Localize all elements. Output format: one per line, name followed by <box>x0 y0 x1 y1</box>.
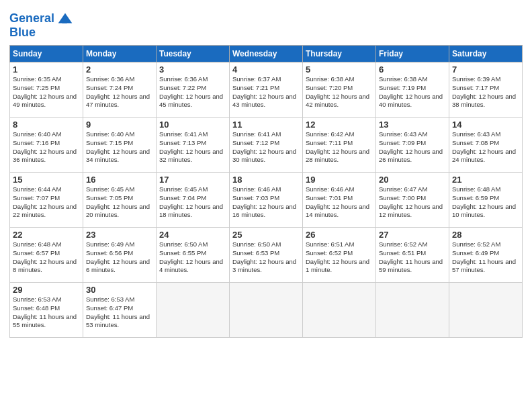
calendar-cell: 20Sunrise: 6:47 AMSunset: 7:00 PMDayligh… <box>376 173 449 228</box>
day-info: Sunrise: 6:53 AMSunset: 6:48 PMDaylight:… <box>13 295 80 330</box>
day-info: Sunrise: 6:36 AMSunset: 7:24 PMDaylight:… <box>86 75 153 109</box>
day-number: 21 <box>452 175 519 185</box>
day-number: 6 <box>379 64 446 75</box>
calendar-week-5: 29Sunrise: 6:53 AMSunset: 6:48 PMDayligh… <box>10 283 523 338</box>
day-info: Sunrise: 6:40 AMSunset: 7:16 PMDaylight:… <box>13 130 80 165</box>
calendar-cell: 28Sunrise: 6:52 AMSunset: 6:49 PMDayligh… <box>449 228 523 283</box>
day-number: 12 <box>306 120 373 130</box>
day-number: 14 <box>452 120 519 130</box>
day-number: 30 <box>86 285 153 295</box>
calendar-cell: 25Sunrise: 6:50 AMSunset: 6:53 PMDayligh… <box>230 228 303 283</box>
calendar-cell <box>303 283 376 338</box>
day-info: Sunrise: 6:52 AMSunset: 6:51 PMDaylight:… <box>379 240 446 275</box>
calendar-cell: 6Sunrise: 6:38 AMSunset: 7:19 PMDaylight… <box>376 62 449 118</box>
day-number: 20 <box>379 175 446 185</box>
day-number: 2 <box>86 64 153 75</box>
day-info: Sunrise: 6:50 AMSunset: 6:55 PMDaylight:… <box>159 240 226 275</box>
day-info: Sunrise: 6:41 AMSunset: 7:13 PMDaylight:… <box>159 130 226 165</box>
day-number: 3 <box>159 64 226 75</box>
calendar-cell <box>230 283 303 338</box>
calendar-cell: 29Sunrise: 6:53 AMSunset: 6:48 PMDayligh… <box>10 283 83 338</box>
calendar-header-row: SundayMondayTuesdayWednesdayThursdayFrid… <box>10 46 523 62</box>
calendar-cell: 19Sunrise: 6:46 AMSunset: 7:01 PMDayligh… <box>303 173 376 228</box>
day-header-saturday: Saturday <box>449 46 523 62</box>
calendar-week-1: 1Sunrise: 6:35 AMSunset: 7:25 PMDaylight… <box>10 62 523 118</box>
day-info: Sunrise: 6:52 AMSunset: 6:49 PMDaylight:… <box>452 240 519 275</box>
day-header-wednesday: Wednesday <box>230 46 303 62</box>
day-number: 15 <box>13 175 80 185</box>
calendar-cell: 11Sunrise: 6:41 AMSunset: 7:12 PMDayligh… <box>230 118 303 173</box>
calendar-cell: 22Sunrise: 6:48 AMSunset: 6:57 PMDayligh… <box>10 228 83 283</box>
calendar-cell: 8Sunrise: 6:40 AMSunset: 7:16 PMDaylight… <box>10 118 83 173</box>
day-number: 13 <box>379 120 446 130</box>
day-number: 9 <box>86 120 153 130</box>
day-info: Sunrise: 6:48 AMSunset: 6:59 PMDaylight:… <box>452 185 519 220</box>
calendar-cell: 14Sunrise: 6:43 AMSunset: 7:08 PMDayligh… <box>449 118 523 173</box>
day-info: Sunrise: 6:38 AMSunset: 7:20 PMDaylight:… <box>306 75 373 109</box>
day-number: 26 <box>306 230 373 240</box>
calendar-cell: 10Sunrise: 6:41 AMSunset: 7:13 PMDayligh… <box>157 118 230 173</box>
day-number: 29 <box>13 285 80 295</box>
day-info: Sunrise: 6:40 AMSunset: 7:15 PMDaylight:… <box>86 130 153 165</box>
day-number: 1 <box>13 64 80 75</box>
calendar-cell <box>376 283 449 338</box>
day-number: 18 <box>232 175 300 185</box>
day-number: 27 <box>379 230 446 240</box>
calendar-cell: 2Sunrise: 6:36 AMSunset: 7:24 PMDaylight… <box>83 62 157 118</box>
day-number: 25 <box>232 230 300 240</box>
calendar-cell: 26Sunrise: 6:51 AMSunset: 6:52 PMDayligh… <box>303 228 376 283</box>
calendar-cell: 15Sunrise: 6:44 AMSunset: 7:07 PMDayligh… <box>10 173 83 228</box>
day-header-sunday: Sunday <box>10 46 83 62</box>
day-info: Sunrise: 6:48 AMSunset: 6:57 PMDaylight:… <box>13 240 80 275</box>
day-info: Sunrise: 6:50 AMSunset: 6:53 PMDaylight:… <box>232 240 300 275</box>
day-number: 22 <box>13 230 80 240</box>
calendar-cell: 27Sunrise: 6:52 AMSunset: 6:51 PMDayligh… <box>376 228 449 283</box>
svg-marker-1 <box>62 18 66 23</box>
calendar-cell: 30Sunrise: 6:53 AMSunset: 6:47 PMDayligh… <box>83 283 157 338</box>
day-number: 11 <box>232 120 300 130</box>
day-info: Sunrise: 6:51 AMSunset: 6:52 PMDaylight:… <box>306 240 373 275</box>
logo-text: General <box>9 11 54 26</box>
day-number: 24 <box>159 230 226 240</box>
day-header-monday: Monday <box>83 46 157 62</box>
main-container: General Blue SundayMondayTuesdayWednesda… <box>0 0 532 345</box>
calendar-cell <box>449 283 523 338</box>
calendar-week-3: 15Sunrise: 6:44 AMSunset: 7:07 PMDayligh… <box>10 173 523 228</box>
calendar-cell: 4Sunrise: 6:37 AMSunset: 7:21 PMDaylight… <box>230 62 303 118</box>
calendar-cell: 7Sunrise: 6:39 AMSunset: 7:17 PMDaylight… <box>449 62 523 118</box>
calendar-cell: 9Sunrise: 6:40 AMSunset: 7:15 PMDaylight… <box>83 118 157 173</box>
calendar-cell: 17Sunrise: 6:45 AMSunset: 7:04 PMDayligh… <box>157 173 230 228</box>
logo: General Blue <box>9 9 75 40</box>
calendar-week-2: 8Sunrise: 6:40 AMSunset: 7:16 PMDaylight… <box>10 118 523 173</box>
day-info: Sunrise: 6:39 AMSunset: 7:17 PMDaylight:… <box>452 75 519 109</box>
calendar-cell: 21Sunrise: 6:48 AMSunset: 6:59 PMDayligh… <box>449 173 523 228</box>
header: General Blue <box>9 7 523 40</box>
day-info: Sunrise: 6:44 AMSunset: 7:07 PMDaylight:… <box>13 185 80 220</box>
day-info: Sunrise: 6:45 AMSunset: 7:04 PMDaylight:… <box>159 185 226 220</box>
day-number: 19 <box>306 175 373 185</box>
day-info: Sunrise: 6:43 AMSunset: 7:09 PMDaylight:… <box>379 130 446 165</box>
calendar-cell: 24Sunrise: 6:50 AMSunset: 6:55 PMDayligh… <box>157 228 230 283</box>
calendar-cell <box>157 283 230 338</box>
day-number: 16 <box>86 175 153 185</box>
day-info: Sunrise: 6:36 AMSunset: 7:22 PMDaylight:… <box>159 75 226 109</box>
day-header-thursday: Thursday <box>303 46 376 62</box>
day-header-friday: Friday <box>376 46 449 62</box>
calendar-cell: 12Sunrise: 6:42 AMSunset: 7:11 PMDayligh… <box>303 118 376 173</box>
calendar-cell: 5Sunrise: 6:38 AMSunset: 7:20 PMDaylight… <box>303 62 376 118</box>
calendar-table: SundayMondayTuesdayWednesdayThursdayFrid… <box>9 45 523 338</box>
day-number: 8 <box>13 120 80 130</box>
day-info: Sunrise: 6:38 AMSunset: 7:19 PMDaylight:… <box>379 75 446 109</box>
day-number: 4 <box>232 64 300 75</box>
day-info: Sunrise: 6:37 AMSunset: 7:21 PMDaylight:… <box>232 75 300 109</box>
day-number: 10 <box>159 120 226 130</box>
calendar-body: 1Sunrise: 6:35 AMSunset: 7:25 PMDaylight… <box>10 62 523 338</box>
day-info: Sunrise: 6:42 AMSunset: 7:11 PMDaylight:… <box>306 130 373 165</box>
day-info: Sunrise: 6:35 AMSunset: 7:25 PMDaylight:… <box>13 75 80 109</box>
day-info: Sunrise: 6:45 AMSunset: 7:05 PMDaylight:… <box>86 185 153 220</box>
day-header-tuesday: Tuesday <box>157 46 230 62</box>
calendar-cell: 1Sunrise: 6:35 AMSunset: 7:25 PMDaylight… <box>10 62 83 118</box>
calendar-week-4: 22Sunrise: 6:48 AMSunset: 6:57 PMDayligh… <box>10 228 523 283</box>
day-info: Sunrise: 6:47 AMSunset: 7:00 PMDaylight:… <box>379 185 446 220</box>
day-info: Sunrise: 6:41 AMSunset: 7:12 PMDaylight:… <box>232 130 300 165</box>
